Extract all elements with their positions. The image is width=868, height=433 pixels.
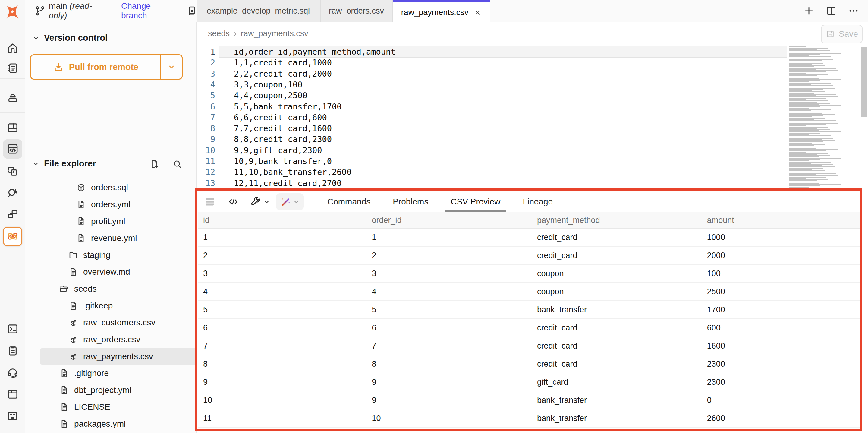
- code-line[interactable]: 4,4,coupon,2500: [234, 90, 307, 101]
- search-icon[interactable]: [172, 158, 183, 171]
- copy-icon[interactable]: [185, 5, 196, 17]
- panel-tab-commands[interactable]: Commands: [326, 192, 372, 212]
- file-item-staging[interactable]: staging: [68, 247, 114, 263]
- duplicate-select-icon[interactable]: [6, 165, 19, 178]
- table-cell: 10: [367, 414, 532, 423]
- headset-icon[interactable]: [6, 366, 19, 379]
- folder-icon: [68, 250, 79, 260]
- code-line[interactable]: 2,2,credit_card,2000: [234, 68, 332, 79]
- code-line[interactable]: 10,9,bank_transfer,0: [234, 156, 332, 167]
- file-item-raw_payments.csv[interactable]: raw_payments.csv: [40, 348, 209, 365]
- code-line[interactable]: 5,5,bank_transfer,1700: [234, 101, 342, 112]
- panel-tab-problems[interactable]: Problems: [392, 192, 430, 212]
- code-line[interactable]: 3,3,coupon,100: [234, 79, 303, 90]
- tab-label: raw_payments.csv: [401, 8, 469, 17]
- table-cell: 1600: [702, 341, 860, 351]
- file-explorer-header[interactable]: File explorer: [32, 158, 96, 169]
- code-line[interactable]: 11,10,bank_transfer,2600: [234, 167, 351, 178]
- table-cell: 4: [367, 287, 532, 296]
- new-file-icon[interactable]: [149, 158, 160, 171]
- table-cell: 1000: [702, 233, 860, 242]
- editor-pane: seeds › raw_payments.csv Save 1id,order_…: [196, 22, 868, 192]
- breadcrumb: seeds › raw_payments.csv: [208, 29, 308, 38]
- file-icon: [59, 402, 69, 412]
- new-tab-icon[interactable]: [803, 5, 815, 17]
- code-editor-icon[interactable]: [3, 139, 22, 158]
- wrench-dropdown-icon[interactable]: [262, 198, 271, 206]
- line-number: 3: [196, 68, 215, 79]
- table-cell: 2600: [702, 414, 860, 423]
- file-item-orders.yml[interactable]: orders.yml: [76, 196, 134, 213]
- file-item-raw_orders.csv[interactable]: raw_orders.csv: [68, 331, 144, 348]
- file-icon: [59, 368, 69, 378]
- panel-tab-lineage[interactable]: Lineage: [521, 192, 554, 212]
- activity-bar-divider: [0, 112, 25, 113]
- file-item-.gitkeep[interactable]: .gitkeep: [68, 297, 116, 314]
- code-line[interactable]: 7,7,credit_card,1600: [234, 123, 332, 134]
- magic-wand-icon: [280, 196, 292, 208]
- editor-tab-raw_payments.csv[interactable]: raw_payments.csv: [393, 0, 490, 23]
- editor-scrollbar[interactable]: [861, 47, 867, 117]
- clipboard-icon[interactable]: [6, 344, 19, 357]
- panel-tab-csv-preview[interactable]: CSV Preview: [450, 192, 501, 212]
- table-cell: 6: [367, 323, 532, 333]
- home-icon[interactable]: [6, 41, 19, 55]
- storefront-icon[interactable]: [6, 409, 19, 423]
- file-item-orders.sql[interactable]: orders.sql: [76, 179, 132, 196]
- activity-bar-divider: [0, 78, 25, 79]
- windows-icon[interactable]: [6, 208, 19, 221]
- save-button[interactable]: Save: [821, 25, 863, 44]
- code-line[interactable]: 6,6,credit_card,600: [234, 112, 327, 123]
- split-editor-icon[interactable]: [825, 5, 837, 17]
- table-row: 44coupon2500: [198, 283, 860, 301]
- change-branch-link[interactable]: Change branch: [121, 1, 177, 21]
- search-insights-icon[interactable]: [6, 186, 19, 199]
- magic-wand-button[interactable]: [276, 193, 304, 210]
- table-cell: bank_transfer: [532, 396, 702, 405]
- drawer-icon[interactable]: [6, 91, 19, 105]
- version-control-header[interactable]: Version control: [32, 33, 107, 43]
- file-item-dbt_project.yml[interactable]: dbt_project.yml: [59, 382, 135, 399]
- breadcrumb-file[interactable]: raw_payments.csv: [241, 29, 308, 38]
- file-item-LICENSE[interactable]: LICENSE: [59, 399, 114, 415]
- browser-icon[interactable]: [6, 388, 19, 401]
- toolbar-divider: [313, 196, 313, 208]
- table-row: 77credit_card1600: [198, 337, 860, 355]
- table-row: 33coupon100: [198, 265, 860, 283]
- terminal-icon[interactable]: [6, 322, 19, 336]
- pull-from-remote-button[interactable]: Pull from remote: [30, 54, 183, 80]
- save-label: Save: [839, 29, 858, 39]
- breadcrumb-seeds[interactable]: seeds: [208, 29, 230, 38]
- line-number: 4: [196, 79, 215, 90]
- minimap[interactable]: [789, 47, 860, 191]
- file-item-revenue.yml[interactable]: revenue.yml: [76, 230, 141, 247]
- file-item-seeds[interactable]: seeds: [59, 281, 100, 297]
- pull-options-dropdown[interactable]: [160, 55, 182, 79]
- file-item-raw_customers.csv[interactable]: raw_customers.csv: [68, 314, 159, 331]
- table-cell: 1: [367, 233, 532, 242]
- more-icon[interactable]: [847, 5, 860, 17]
- table-view-icon[interactable]: [203, 195, 216, 208]
- code-view-icon[interactable]: [227, 195, 240, 208]
- dashboard-icon[interactable]: [6, 121, 19, 135]
- code-editor[interactable]: 1id,order_id,payment_method,amount21,1,c…: [196, 45, 868, 192]
- file-item-label: orders.yml: [91, 200, 130, 209]
- code-line[interactable]: id,order_id,payment_method,amount: [234, 47, 396, 57]
- notebook-icon[interactable]: [6, 61, 19, 75]
- file-item-packages.yml[interactable]: packages.yml: [59, 415, 129, 432]
- code-line[interactable]: 12,11,credit_card,2700: [234, 178, 342, 189]
- editor-tab-raw_orders.csv[interactable]: raw_orders.csv: [321, 0, 393, 22]
- bottom-panel: CommandsProblemsCSV PreviewLineage idord…: [196, 190, 861, 431]
- file-item-label: raw_customers.csv: [83, 318, 156, 327]
- close-tab-icon[interactable]: [474, 9, 482, 17]
- wrench-icon[interactable]: [249, 195, 262, 208]
- code-line[interactable]: 9,9,gift_card,2300: [234, 145, 322, 156]
- file-item-.gitignore[interactable]: .gitignore: [59, 365, 113, 382]
- code-line[interactable]: 8,8,credit_card,2300: [234, 134, 332, 145]
- code-line[interactable]: 1,1,credit_card,1000: [234, 57, 332, 68]
- editor-tab-example_develop_metric.sql[interactable]: example_develop_metric.sql: [196, 0, 321, 22]
- dbt-copilot-atom-icon[interactable]: [3, 227, 22, 246]
- dbt-logo: [4, 4, 21, 20]
- file-item-profit.yml[interactable]: profit.yml: [76, 213, 129, 230]
- file-item-overview.md[interactable]: overview.md: [68, 263, 134, 281]
